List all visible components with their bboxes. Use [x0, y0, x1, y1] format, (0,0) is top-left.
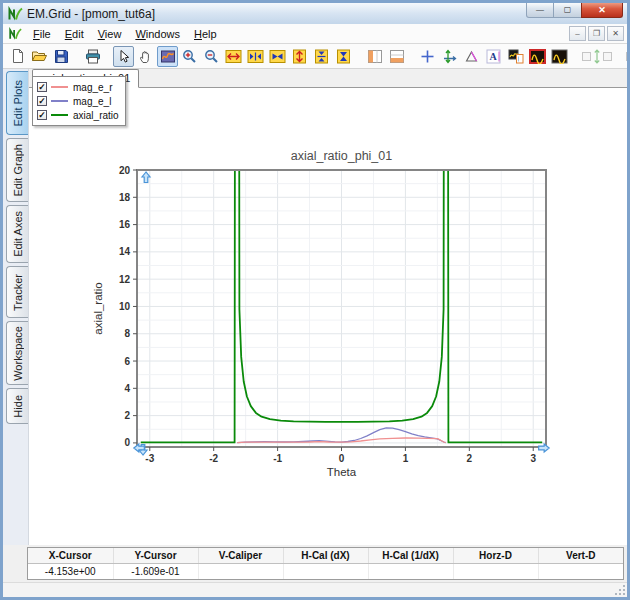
plot-style-active-button[interactable] — [527, 46, 548, 67]
sidebar-tab-edit-plots[interactable]: Edit Plots — [6, 71, 28, 135]
split-horizontal-icon — [389, 49, 405, 64]
status-col-horz-d: Horz-D — [453, 548, 538, 563]
svg-text:16: 16 — [119, 219, 131, 230]
expand-y-button[interactable] — [289, 46, 310, 67]
resize-grip[interactable] — [615, 585, 626, 596]
sidebar-tabs: Edit PlotsEdit GraphEdit AxesTrackerWork… — [3, 69, 29, 545]
svg-text:12: 12 — [119, 274, 131, 285]
crosshair-icon — [420, 49, 435, 64]
svg-text:2: 2 — [467, 453, 473, 464]
legend-checkbox-mag_e_l[interactable]: ✓ — [37, 96, 47, 106]
menu-item-edit[interactable]: Edit — [58, 26, 91, 42]
sidebar-tab-label: Workspace — [12, 326, 24, 381]
app-window: EM.Grid - [pmom_tut6a] — ▢ ✕ FileEditVie… — [0, 0, 630, 600]
shrink-x-icon — [247, 49, 264, 64]
svg-text:8: 8 — [124, 328, 130, 339]
plot-canvas[interactable]: 02468101214161820-3-2-10123axial_ratio_p… — [29, 88, 627, 545]
title-bar: EM.Grid - [pmom_tut6a] — ▢ ✕ — [3, 3, 627, 24]
sidebar-tab-label: Hide — [12, 395, 24, 418]
copy-plot-icon — [508, 49, 524, 64]
mdi-restore-button[interactable]: ❐ — [588, 26, 605, 41]
legend-checkbox-axial_ratio[interactable]: ✓ — [37, 110, 47, 120]
new-file-icon — [10, 48, 26, 64]
move-axes-button[interactable] — [439, 46, 460, 67]
svg-text:14: 14 — [119, 246, 131, 257]
open-file-button[interactable] — [29, 46, 50, 67]
svg-text:3: 3 — [530, 453, 536, 464]
status-col-y-cursor: Y-Cursor — [113, 548, 198, 563]
main-area: Edit PlotsEdit GraphEdit AxesTrackerWork… — [3, 69, 627, 545]
split-vertical-icon — [367, 49, 383, 64]
sidebar-tab-edit-axes[interactable]: Edit Axes — [6, 205, 28, 263]
fit-y-button[interactable] — [333, 46, 354, 67]
fit-x-icon — [269, 49, 286, 64]
maximize-button[interactable]: ▢ — [554, 2, 581, 18]
sidebar-tab-label: Edit Axes — [12, 211, 24, 257]
mdi-close-button[interactable]: ✕ — [607, 26, 624, 41]
status-value-1: -1.609e-01 — [113, 563, 198, 579]
legend-label: axial_ratio — [73, 110, 119, 121]
menu-bar: FileEditViewWindowsHelp – ❐ ✕ — [3, 24, 627, 44]
toolbar: ALayout — [3, 44, 627, 69]
delta-marker-icon — [464, 49, 479, 64]
split-horizontal-button[interactable] — [386, 46, 407, 67]
new-file-button[interactable] — [7, 46, 28, 67]
legend-item-axial_ratio: ✓axial_ratio — [37, 108, 119, 122]
menu-item-view[interactable]: View — [91, 26, 129, 42]
save-button[interactable] — [51, 46, 72, 67]
status-value-6 — [538, 563, 623, 579]
legend-item-mag_e_r: ✓mag_e_r — [37, 80, 119, 94]
zoom-window-button[interactable] — [157, 46, 178, 67]
status-bar — [3, 582, 627, 597]
sidebar-tab-workspace[interactable]: Workspace — [6, 321, 28, 385]
minimize-button[interactable]: — — [526, 2, 554, 18]
status-value-3 — [283, 563, 368, 579]
legend-line-sample — [51, 100, 68, 102]
svg-text:20: 20 — [119, 165, 131, 176]
crosshair-button[interactable] — [417, 46, 438, 67]
fit-x-button[interactable] — [267, 46, 288, 67]
status-value-4 — [368, 563, 453, 579]
svg-text:4: 4 — [124, 383, 130, 394]
plot-style-icon — [551, 49, 568, 64]
move-axes-icon — [442, 49, 458, 64]
svg-text:-1: -1 — [273, 453, 282, 464]
link-vertical-icon — [581, 49, 613, 64]
sidebar-tab-hide[interactable]: Hide — [6, 388, 28, 424]
y-axis-label: axial_ratio — [92, 282, 104, 334]
print-button[interactable] — [82, 46, 103, 67]
menu-item-windows[interactable]: Windows — [128, 26, 187, 42]
expand-x-icon — [225, 49, 242, 64]
sidebar-tab-tracker[interactable]: Tracker — [6, 266, 28, 318]
menu-item-help[interactable]: Help — [187, 26, 224, 42]
sidebar-tab-edit-graph[interactable]: Edit Graph — [6, 138, 28, 202]
text-annotation-button[interactable]: A — [483, 46, 504, 67]
shrink-y-button[interactable] — [311, 46, 332, 67]
close-button[interactable]: ✕ — [581, 2, 623, 18]
copy-plot-button[interactable] — [505, 46, 526, 67]
select-arrow-button[interactable] — [113, 46, 134, 67]
zoom-in-icon — [182, 49, 197, 64]
delta-marker-button[interactable] — [461, 46, 482, 67]
document-logo-icon — [8, 27, 22, 41]
zoom-out-button[interactable] — [201, 46, 222, 67]
menu-item-file[interactable]: File — [26, 26, 58, 42]
status-col-h-cal-dx-: H-Cal (dX) — [283, 548, 368, 563]
svg-text:0: 0 — [339, 453, 345, 464]
plot-style-button[interactable] — [549, 46, 570, 67]
plot-style-active-icon — [529, 49, 546, 64]
expand-x-button[interactable] — [223, 46, 244, 67]
chart-svg[interactable]: 02468101214161820-3-2-10123axial_ratio_p… — [29, 88, 627, 547]
window-title: EM.Grid - [pmom_tut6a] — [27, 7, 155, 21]
shrink-x-button[interactable] — [245, 46, 266, 67]
mdi-minimize-button[interactable]: – — [569, 26, 586, 41]
legend-checkbox-mag_e_r[interactable]: ✓ — [37, 82, 47, 92]
sidebar-tab-label: Edit Plots — [12, 80, 24, 126]
zoom-in-button[interactable] — [179, 46, 200, 67]
svg-text:1: 1 — [403, 453, 409, 464]
legend-box: ✓mag_e_r✓mag_e_l✓axial_ratio — [32, 76, 126, 126]
chart-title: axial_ratio_phi_01 — [291, 149, 393, 163]
pan-hand-button[interactable] — [135, 46, 156, 67]
split-vertical-button[interactable] — [364, 46, 385, 67]
legend-label: mag_e_l — [73, 96, 111, 107]
